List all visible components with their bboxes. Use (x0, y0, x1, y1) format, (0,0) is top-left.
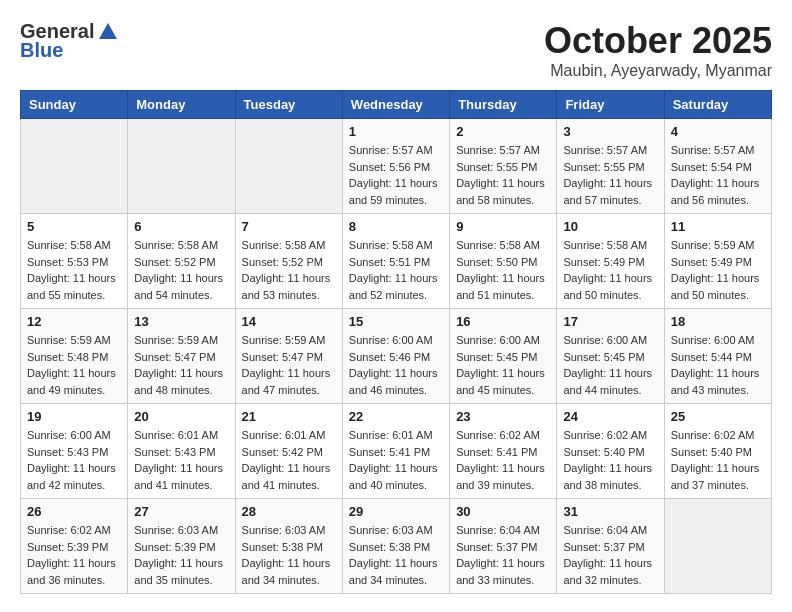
header-wednesday: Wednesday (342, 91, 449, 119)
day-info: Sunrise: 5:58 AM Sunset: 5:49 PM Dayligh… (563, 237, 657, 303)
days-header-row: SundayMondayTuesdayWednesdayThursdayFrid… (21, 91, 772, 119)
day-number: 14 (242, 314, 336, 329)
day-number: 13 (134, 314, 228, 329)
calendar-cell: 10Sunrise: 5:58 AM Sunset: 5:49 PM Dayli… (557, 214, 664, 309)
calendar-cell: 9Sunrise: 5:58 AM Sunset: 5:50 PM Daylig… (450, 214, 557, 309)
day-number: 22 (349, 409, 443, 424)
day-info: Sunrise: 6:01 AM Sunset: 5:42 PM Dayligh… (242, 427, 336, 493)
week-row-4: 19Sunrise: 6:00 AM Sunset: 5:43 PM Dayli… (21, 404, 772, 499)
calendar-cell (21, 119, 128, 214)
day-info: Sunrise: 5:59 AM Sunset: 5:47 PM Dayligh… (134, 332, 228, 398)
day-info: Sunrise: 5:58 AM Sunset: 5:53 PM Dayligh… (27, 237, 121, 303)
calendar-cell: 24Sunrise: 6:02 AM Sunset: 5:40 PM Dayli… (557, 404, 664, 499)
day-info: Sunrise: 5:57 AM Sunset: 5:54 PM Dayligh… (671, 142, 765, 208)
calendar-cell: 31Sunrise: 6:04 AM Sunset: 5:37 PM Dayli… (557, 499, 664, 594)
day-info: Sunrise: 6:01 AM Sunset: 5:43 PM Dayligh… (134, 427, 228, 493)
day-info: Sunrise: 5:58 AM Sunset: 5:51 PM Dayligh… (349, 237, 443, 303)
title-block: October 2025 Maubin, Ayeyarwady, Myanmar (544, 20, 772, 80)
day-info: Sunrise: 5:59 AM Sunset: 5:48 PM Dayligh… (27, 332, 121, 398)
calendar-cell: 27Sunrise: 6:03 AM Sunset: 5:39 PM Dayli… (128, 499, 235, 594)
day-info: Sunrise: 5:59 AM Sunset: 5:49 PM Dayligh… (671, 237, 765, 303)
header-friday: Friday (557, 91, 664, 119)
calendar-cell (235, 119, 342, 214)
location-subtitle: Maubin, Ayeyarwady, Myanmar (544, 62, 772, 80)
day-number: 19 (27, 409, 121, 424)
day-number: 3 (563, 124, 657, 139)
calendar-cell: 15Sunrise: 6:00 AM Sunset: 5:46 PM Dayli… (342, 309, 449, 404)
calendar-cell: 25Sunrise: 6:02 AM Sunset: 5:40 PM Dayli… (664, 404, 771, 499)
day-number: 17 (563, 314, 657, 329)
day-number: 5 (27, 219, 121, 234)
day-info: Sunrise: 5:58 AM Sunset: 5:50 PM Dayligh… (456, 237, 550, 303)
calendar-cell: 14Sunrise: 5:59 AM Sunset: 5:47 PM Dayli… (235, 309, 342, 404)
day-number: 25 (671, 409, 765, 424)
day-info: Sunrise: 6:00 AM Sunset: 5:43 PM Dayligh… (27, 427, 121, 493)
calendar-table: SundayMondayTuesdayWednesdayThursdayFrid… (20, 90, 772, 594)
calendar-cell: 6Sunrise: 5:58 AM Sunset: 5:52 PM Daylig… (128, 214, 235, 309)
day-info: Sunrise: 6:00 AM Sunset: 5:44 PM Dayligh… (671, 332, 765, 398)
day-info: Sunrise: 6:00 AM Sunset: 5:45 PM Dayligh… (456, 332, 550, 398)
day-info: Sunrise: 6:03 AM Sunset: 5:38 PM Dayligh… (242, 522, 336, 588)
calendar-cell: 19Sunrise: 6:00 AM Sunset: 5:43 PM Dayli… (21, 404, 128, 499)
calendar-cell: 20Sunrise: 6:01 AM Sunset: 5:43 PM Dayli… (128, 404, 235, 499)
day-number: 31 (563, 504, 657, 519)
day-number: 8 (349, 219, 443, 234)
calendar-cell: 1Sunrise: 5:57 AM Sunset: 5:56 PM Daylig… (342, 119, 449, 214)
day-number: 20 (134, 409, 228, 424)
month-title: October 2025 (544, 20, 772, 62)
day-info: Sunrise: 6:01 AM Sunset: 5:41 PM Dayligh… (349, 427, 443, 493)
day-number: 2 (456, 124, 550, 139)
day-number: 1 (349, 124, 443, 139)
day-info: Sunrise: 6:02 AM Sunset: 5:40 PM Dayligh… (563, 427, 657, 493)
day-info: Sunrise: 6:00 AM Sunset: 5:45 PM Dayligh… (563, 332, 657, 398)
week-row-3: 12Sunrise: 5:59 AM Sunset: 5:48 PM Dayli… (21, 309, 772, 404)
calendar-cell: 26Sunrise: 6:02 AM Sunset: 5:39 PM Dayli… (21, 499, 128, 594)
calendar-cell (664, 499, 771, 594)
day-number: 12 (27, 314, 121, 329)
day-info: Sunrise: 5:57 AM Sunset: 5:56 PM Dayligh… (349, 142, 443, 208)
day-number: 9 (456, 219, 550, 234)
calendar-cell (128, 119, 235, 214)
calendar-cell: 21Sunrise: 6:01 AM Sunset: 5:42 PM Dayli… (235, 404, 342, 499)
day-number: 18 (671, 314, 765, 329)
calendar-cell: 11Sunrise: 5:59 AM Sunset: 5:49 PM Dayli… (664, 214, 771, 309)
day-info: Sunrise: 6:04 AM Sunset: 5:37 PM Dayligh… (456, 522, 550, 588)
day-number: 24 (563, 409, 657, 424)
calendar-cell: 23Sunrise: 6:02 AM Sunset: 5:41 PM Dayli… (450, 404, 557, 499)
day-info: Sunrise: 5:58 AM Sunset: 5:52 PM Dayligh… (242, 237, 336, 303)
day-number: 7 (242, 219, 336, 234)
day-number: 10 (563, 219, 657, 234)
day-info: Sunrise: 6:03 AM Sunset: 5:38 PM Dayligh… (349, 522, 443, 588)
day-number: 27 (134, 504, 228, 519)
day-number: 15 (349, 314, 443, 329)
calendar-cell: 16Sunrise: 6:00 AM Sunset: 5:45 PM Dayli… (450, 309, 557, 404)
header-monday: Monday (128, 91, 235, 119)
calendar-cell: 4Sunrise: 5:57 AM Sunset: 5:54 PM Daylig… (664, 119, 771, 214)
calendar-cell: 12Sunrise: 5:59 AM Sunset: 5:48 PM Dayli… (21, 309, 128, 404)
day-info: Sunrise: 6:02 AM Sunset: 5:40 PM Dayligh… (671, 427, 765, 493)
day-number: 29 (349, 504, 443, 519)
week-row-1: 1Sunrise: 5:57 AM Sunset: 5:56 PM Daylig… (21, 119, 772, 214)
day-info: Sunrise: 6:02 AM Sunset: 5:39 PM Dayligh… (27, 522, 121, 588)
logo: General Blue (20, 20, 119, 62)
day-info: Sunrise: 5:59 AM Sunset: 5:47 PM Dayligh… (242, 332, 336, 398)
calendar-cell: 7Sunrise: 5:58 AM Sunset: 5:52 PM Daylig… (235, 214, 342, 309)
day-number: 11 (671, 219, 765, 234)
day-number: 16 (456, 314, 550, 329)
day-number: 26 (27, 504, 121, 519)
day-info: Sunrise: 6:03 AM Sunset: 5:39 PM Dayligh… (134, 522, 228, 588)
calendar-cell: 2Sunrise: 5:57 AM Sunset: 5:55 PM Daylig… (450, 119, 557, 214)
calendar-cell: 3Sunrise: 5:57 AM Sunset: 5:55 PM Daylig… (557, 119, 664, 214)
calendar-cell: 5Sunrise: 5:58 AM Sunset: 5:53 PM Daylig… (21, 214, 128, 309)
calendar-cell: 18Sunrise: 6:00 AM Sunset: 5:44 PM Dayli… (664, 309, 771, 404)
day-number: 6 (134, 219, 228, 234)
day-info: Sunrise: 5:57 AM Sunset: 5:55 PM Dayligh… (563, 142, 657, 208)
day-info: Sunrise: 5:58 AM Sunset: 5:52 PM Dayligh… (134, 237, 228, 303)
day-number: 23 (456, 409, 550, 424)
day-info: Sunrise: 6:02 AM Sunset: 5:41 PM Dayligh… (456, 427, 550, 493)
week-row-5: 26Sunrise: 6:02 AM Sunset: 5:39 PM Dayli… (21, 499, 772, 594)
header-sunday: Sunday (21, 91, 128, 119)
calendar-cell: 29Sunrise: 6:03 AM Sunset: 5:38 PM Dayli… (342, 499, 449, 594)
header-saturday: Saturday (664, 91, 771, 119)
calendar-cell: 22Sunrise: 6:01 AM Sunset: 5:41 PM Dayli… (342, 404, 449, 499)
